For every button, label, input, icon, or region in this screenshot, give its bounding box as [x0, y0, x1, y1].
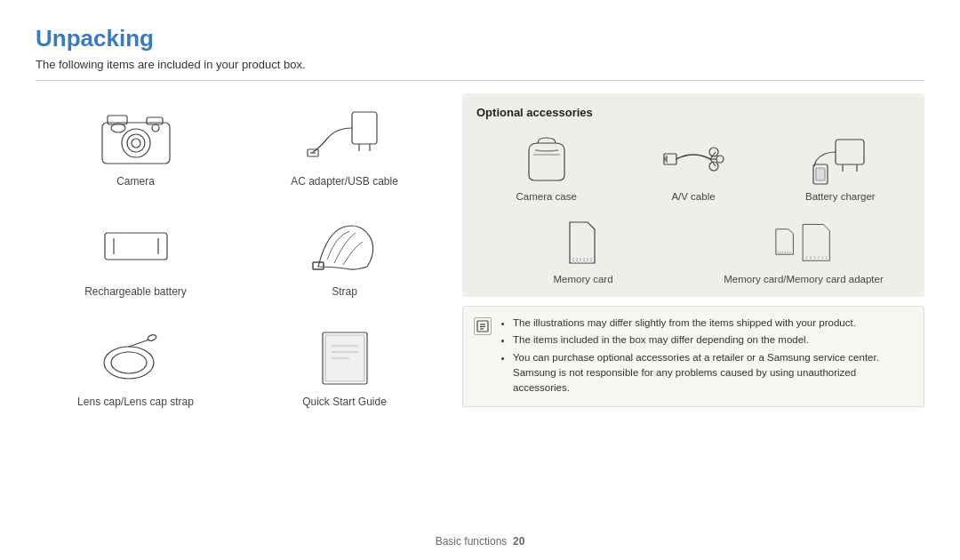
opt-memory-card-adapter: Memory card/Memory card adapter — [697, 212, 910, 284]
svg-line-20 — [129, 340, 149, 347]
page-title: Unpacking — [36, 25, 924, 52]
memory-card-adapter-label: Memory card/Memory card adapter — [724, 274, 884, 284]
optional-row1: Camera case — [476, 130, 910, 202]
svg-point-6 — [152, 124, 159, 132]
item-quick-start: Quick Start Guide — [244, 314, 444, 415]
svg-point-31 — [716, 156, 724, 163]
item-ac-adapter: AC adapter/USB cable — [244, 93, 444, 195]
ac-adapter-icon — [296, 100, 394, 172]
lens-cap-label: Lens cap/Lens cap strap — [77, 396, 194, 408]
strap-label: Strap — [332, 285, 357, 298]
camera-icon — [87, 100, 185, 172]
battery-charger-icon — [804, 130, 876, 188]
svg-rect-5 — [147, 117, 163, 124]
optional-row2: Memory card — [476, 212, 910, 284]
item-lens-cap: Lens cap/Lens cap strap — [36, 314, 236, 415]
strap-icon — [296, 211, 394, 282]
camera-case-label: Camera case — [516, 191, 576, 202]
note-list: The illustrations may differ slightly fr… — [500, 316, 913, 397]
note-box: The illustrations may differ slightly fr… — [462, 306, 924, 407]
battery-icon — [87, 211, 185, 282]
optional-box: Optional accessories — [462, 93, 924, 297]
memory-card-icon — [548, 212, 619, 270]
note-item-1: The illustrations may differ slightly fr… — [513, 316, 913, 331]
svg-point-1 — [122, 129, 150, 157]
item-battery: Rechargeable battery — [36, 204, 236, 305]
memory-card-adapter-icon — [768, 212, 839, 270]
item-camera: Camera — [36, 93, 236, 195]
note-item-3: You can purchase optional accessories at… — [513, 350, 913, 396]
camera-label: Camera — [116, 175, 155, 188]
opt-memory-card: Memory card — [476, 212, 690, 284]
page-footer: Basic functions 20 — [0, 535, 960, 548]
optional-title: Optional accessories — [476, 106, 910, 119]
memory-card-label: Memory card — [553, 274, 612, 284]
included-items-section: Camera — [36, 93, 444, 415]
battery-label: Rechargeable battery — [84, 285, 187, 298]
svg-rect-8 — [352, 112, 377, 144]
page-number: 20 — [513, 535, 524, 548]
svg-point-21 — [147, 333, 156, 341]
av-cable-icon — [658, 130, 729, 188]
quick-start-label: Quick Start Guide — [302, 396, 387, 408]
svg-rect-40 — [816, 168, 825, 180]
page: Unpacking The following items are includ… — [0, 0, 960, 560]
ac-adapter-label: AC adapter/USB cable — [291, 175, 398, 188]
svg-point-19 — [111, 352, 147, 373]
camera-case-icon — [511, 130, 582, 188]
lens-cap-icon — [87, 321, 185, 392]
opt-av-cable: A/V cable — [623, 130, 763, 202]
note-item-2: The items included in the box may differ… — [513, 332, 913, 348]
av-cable-label: A/V cable — [671, 191, 715, 202]
opt-battery-charger: Battery charger — [771, 130, 910, 202]
svg-rect-36 — [836, 140, 864, 164]
opt-camera-case: Camera case — [476, 130, 616, 202]
items-grid: Camera — [36, 93, 444, 415]
battery-charger-label: Battery charger — [805, 191, 876, 202]
item-strap: Strap — [244, 204, 444, 305]
optional-section: Optional accessories — [462, 93, 924, 415]
content-row: Camera — [36, 93, 924, 415]
quick-start-icon — [296, 321, 394, 392]
svg-rect-27 — [664, 154, 676, 164]
svg-point-3 — [132, 139, 140, 148]
footer-text: Basic functions — [436, 535, 508, 548]
svg-point-2 — [127, 134, 145, 152]
note-icon — [474, 317, 492, 335]
page-subtitle: The following items are included in your… — [36, 58, 924, 81]
